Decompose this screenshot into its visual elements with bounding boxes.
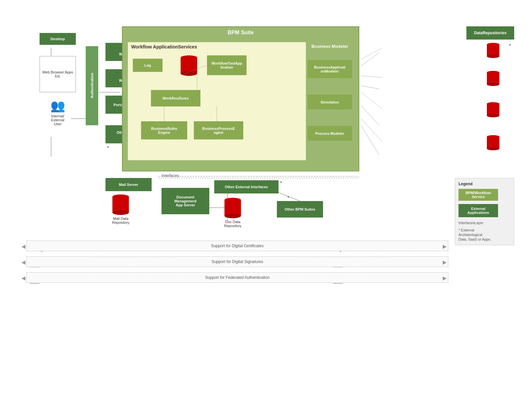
db-top-1 (487, 43, 499, 46)
doc-db-bottom (224, 214, 241, 218)
log-box: Log (133, 59, 163, 72)
data-repo-3 (487, 102, 499, 117)
interfaces-dashed-line (20, 171, 366, 181)
legend-star-label: * External Archaeological Data, SaaS or … (458, 228, 490, 241)
db-top-2 (487, 71, 499, 74)
data-repo-2 (487, 71, 499, 86)
arrow-left-sigs: ◀ (21, 259, 25, 265)
workflow-rules-label: WorkflowRules (163, 96, 189, 100)
workflow-app-services-title: Workflow ApplicationServices (128, 42, 312, 51)
legend-bpm-label: BPM/Workflow Service (466, 191, 491, 199)
mail-db (112, 194, 129, 215)
desktop-label: Desktop (50, 37, 65, 41)
web-browser-label: Web Browser Apps Etc (40, 70, 75, 78)
legend-title: Legend (458, 182, 511, 186)
bpm-suite-title: BPM Suite (123, 27, 359, 38)
workflow-tool-app-box: WorkflowToolApp lication (207, 55, 247, 75)
data-repo-4 (487, 135, 499, 150)
support-federated-auth-bar: Support for Federated Authentication (26, 272, 448, 283)
db-bottom-1 (487, 55, 499, 58)
arrow-right-sigs: ▶ (443, 259, 447, 265)
legend-bpm-item: BPM/Workflow Service (458, 189, 511, 201)
doc-data-label: Doc Data Repository (224, 220, 242, 228)
support-digital-certs-bar: Support for Digital Certificates (26, 241, 448, 251)
business-process-engine-label: BusinessProcessE ngine (202, 127, 235, 134)
arrow-right-auth: ▶ (443, 275, 447, 281)
user-label: Internal/ External User (51, 114, 64, 126)
db-bottom (181, 71, 197, 76)
arrow-left-auth: ◀ (21, 275, 25, 281)
legend-star-item: * External Archaeological Data, SaaS or … (458, 228, 511, 242)
support-digital-sigs-bar: Support for Digital Signatures (26, 256, 448, 267)
simulation-box: Simulation (308, 95, 352, 109)
svg-line-29 (361, 76, 382, 77)
business-modeler-title: Business Modeler (306, 42, 354, 51)
web-browser-box: Web Browser Apps Etc (40, 56, 76, 92)
doc-data-repo: Doc Data Repository (224, 198, 242, 228)
process-modeler-box: Process Modeler (308, 126, 352, 141)
desktop-box: Desktop (40, 33, 76, 45)
data-repositories-section: DataRepositories (466, 26, 514, 40)
mail-data-repo: Mail Data Repository (112, 194, 130, 224)
other-bpm-suites-box: Other BPM Suites (277, 201, 323, 218)
db-bottom-2 (487, 83, 499, 86)
svg-line-28 (361, 48, 382, 59)
mail-data-label: Mail Data Repository (112, 217, 130, 224)
data-repositories-title: DataRepositories (474, 31, 507, 35)
biz-app-modeler-box: BusinessApplicati onModeler (308, 60, 352, 78)
business-rules-engine-label: BusinessRules Engine (151, 127, 177, 134)
doc-management-label: Document Management App Server (174, 195, 196, 207)
doc-db-top (224, 198, 241, 202)
business-rules-engine-box: BusinessRules Engine (141, 121, 187, 139)
svg-line-10 (361, 86, 379, 89)
svg-line-12 (361, 125, 379, 155)
db-bottom-4 (487, 147, 499, 150)
log-label: Log (144, 63, 151, 67)
asterisk-1: * (509, 43, 511, 48)
biz-app-modeler-label: BusinessApplicati onModeler (314, 65, 345, 73)
db-bottom-3 (487, 114, 499, 117)
mail-db-top (112, 194, 129, 199)
db-top (181, 55, 197, 60)
mail-db-bottom (112, 210, 129, 215)
diagram-container: Desktop Web Browser Apps Etc 👥 Internal/… (20, 26, 514, 372)
simulation-label: Simulation (320, 100, 339, 104)
data-repo-1 (487, 43, 499, 58)
workflow-tool-app-label: WorkflowToolApp lication (211, 61, 242, 69)
mail-server-label: Mail Server (119, 183, 138, 187)
legend-ext-apps-label: External Applications (467, 207, 489, 215)
workflow-rules-box: WorkflowRules (151, 90, 200, 106)
business-modeler-area: Business Modeler BusinessApplicati onMod… (306, 42, 354, 161)
db-top-4 (487, 135, 499, 138)
process-modeler-label: Process Modeler (315, 132, 344, 135)
arrow-left-certs: ◀ (21, 243, 25, 250)
support-digital-certs-label: Support for Digital Certificates (211, 244, 263, 248)
asterisk-other-apps: * (107, 145, 109, 150)
arrow-right-certs: ▶ (443, 243, 447, 250)
mail-server-box: Mail Server (105, 178, 152, 191)
svg-line-31 (361, 119, 382, 142)
other-external-interfaces-label: Other External Interfaces (225, 185, 268, 189)
other-bpm-suites-label: Other BPM Suites (285, 207, 315, 211)
bpm-suite: BPM Suite Workflow ApplicationServices L… (122, 26, 359, 171)
support-digital-sigs-label: Support for Digital Signatures (212, 259, 263, 264)
authentication-label: Authentication (90, 73, 94, 99)
person-icon: 👥 (50, 99, 65, 113)
doc-management-box: Document Management App Server (162, 188, 209, 214)
db-top-3 (487, 102, 499, 105)
svg-line-30 (361, 92, 382, 109)
business-process-engine-box: BusinessProcessE ngine (194, 121, 243, 139)
svg-line-9 (361, 53, 379, 66)
legend-ext-apps-item: External Applications (458, 204, 511, 218)
workflow-area: Workflow ApplicationServices Log Workflo… (128, 42, 312, 161)
workflow-db (181, 55, 197, 76)
interfaces-label-bottom: Interfaces (162, 173, 179, 178)
authentication-box: Authentication (86, 46, 98, 125)
other-external-interfaces-box: Other External Interfaces (214, 180, 279, 193)
asterisk-interfaces: * (280, 180, 282, 186)
legend-interfaces-label: InterfacesLayer (458, 221, 484, 225)
user-group: 👥 Internal/ External User (40, 99, 76, 126)
doc-db (224, 198, 241, 218)
legend-interfaces-item: InterfacesLayer (458, 221, 511, 225)
support-federated-auth-label: Support for Federated Authentication (205, 275, 270, 280)
